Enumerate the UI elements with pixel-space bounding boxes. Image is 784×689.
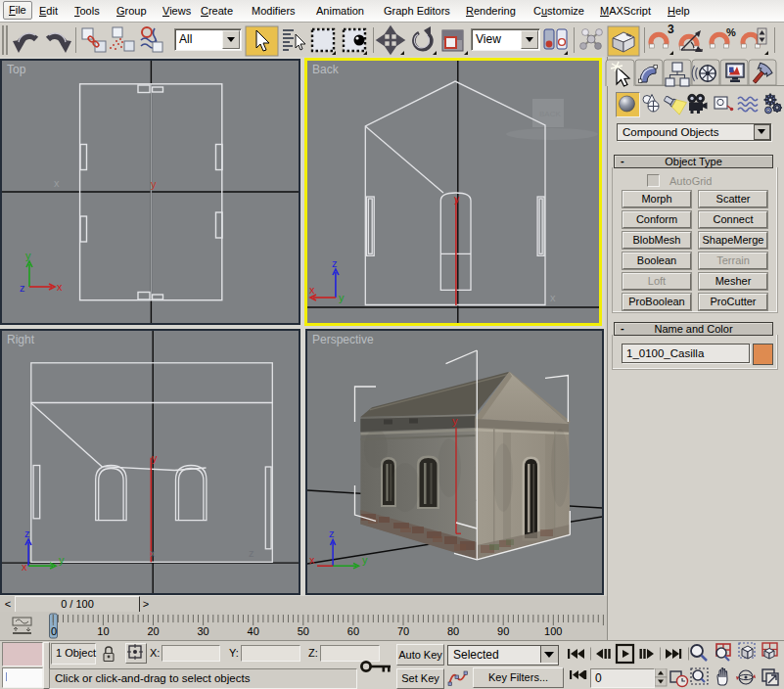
svg-text:40: 40 [248,625,259,637]
svg-text:90: 90 [497,625,509,637]
svg-text:y: y [151,178,157,190]
svg-text:y: y [362,554,368,566]
svg-text:x: x [309,554,315,566]
svg-text:y: y [152,452,158,464]
svg-text:z: z [249,547,254,559]
svg-text:10: 10 [97,625,109,637]
svg-text:y: y [339,292,345,303]
svg-text:z: z [329,528,335,539]
svg-text:x: x [550,292,556,303]
svg-text:x: x [22,561,27,573]
svg-text:3: 3 [668,23,674,36]
svg-text:60: 60 [347,625,359,637]
svg-text:50: 50 [298,625,309,637]
svg-text:20: 20 [147,625,159,637]
svg-text:x: x [57,281,63,293]
svg-text:80: 80 [447,625,459,637]
svg-text:y: y [454,193,460,205]
svg-text:BACK: BACK [539,110,561,118]
svg-text:z: z [24,528,30,539]
svg-text:y: y [59,554,65,566]
svg-text:x: x [54,177,60,189]
svg-text:70: 70 [397,625,409,637]
svg-text:%: % [726,26,736,38]
svg-text:z: z [332,257,338,269]
svg-text:z: z [20,282,25,294]
svg-text:x: x [309,284,315,296]
svg-text:100: 100 [544,625,562,637]
svg-text:x: x [150,547,156,559]
svg-text:30: 30 [197,625,208,637]
svg-text:y: y [452,415,458,427]
svg-text:y: y [25,250,31,261]
